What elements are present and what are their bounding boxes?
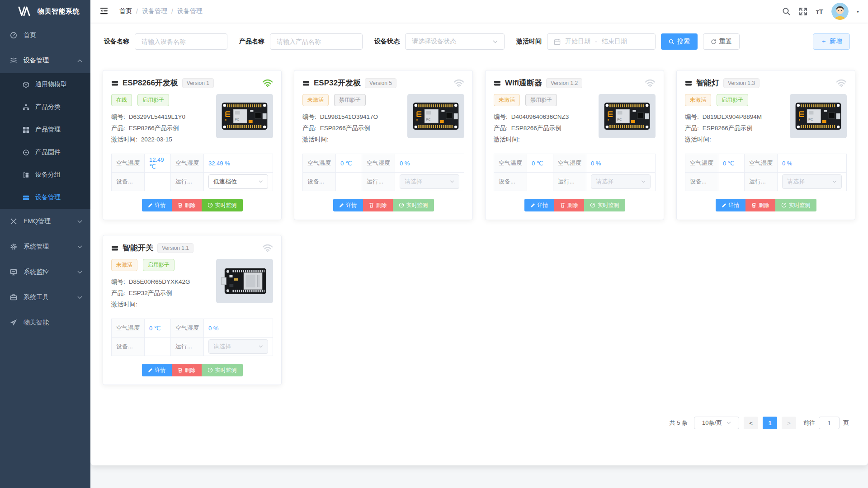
sidebar-item-home[interactable]: 首页 xyxy=(0,23,90,48)
temp-label: 空气温度 xyxy=(112,319,145,338)
device-image: FC xyxy=(599,94,656,138)
delete-button[interactable]: 删除 xyxy=(363,199,393,211)
realtime-monitor-button[interactable]: 实时监测 xyxy=(202,364,243,376)
humidity-value: 0 % xyxy=(204,319,273,338)
sidebar-item-device-root[interactable]: 设备管理 xyxy=(0,48,90,73)
serial-label: 编号: xyxy=(494,111,508,122)
reset-button[interactable]: 重置 xyxy=(703,33,740,50)
humidity-value: 0 % xyxy=(395,154,464,173)
serial-value: DL9981541O39417O xyxy=(320,111,378,122)
sidebar-item-product-manage[interactable]: 产品管理 xyxy=(0,118,90,141)
start-date-placeholder: 开始日期 xyxy=(565,38,590,46)
device-title: 智能开关 xyxy=(123,243,153,253)
sidebar-item-device-manage[interactable]: 设备管理 xyxy=(0,186,90,209)
version-badge: Version 1.2 xyxy=(546,78,582,88)
breadcrumb-home[interactable]: 首页 xyxy=(119,7,132,15)
goto-page-input[interactable] xyxy=(819,417,840,429)
detail-button[interactable]: 详情 xyxy=(142,199,172,211)
delete-button[interactable]: 删除 xyxy=(554,199,584,211)
serial-label: 编号: xyxy=(302,111,316,122)
add-button[interactable]: ＋ 新增 xyxy=(813,33,850,50)
main-area: 首页 / 设备管理 / 设备管理 тT ▾ 设备名称 产品名称 xyxy=(90,0,868,488)
trash-icon xyxy=(178,202,183,208)
sidebar-item-product-category[interactable]: 产品分类 xyxy=(0,96,90,118)
trash-icon xyxy=(751,202,756,208)
caret-down-icon[interactable]: ▾ xyxy=(857,9,859,14)
breadcrumb-device-manage[interactable]: 设备管理 xyxy=(142,7,167,15)
mode-label: 运行... xyxy=(553,173,586,191)
sidebar-item-system-tools[interactable]: 系统工具 xyxy=(0,285,90,310)
run-mode-select[interactable]: 请选择 xyxy=(208,339,268,354)
switch-label: 设备... xyxy=(494,173,527,191)
run-mode-select[interactable]: 请选择 xyxy=(591,174,651,189)
delete-button[interactable]: 删除 xyxy=(172,364,202,376)
switch-label: 设备... xyxy=(685,173,718,191)
pencil-icon xyxy=(148,368,153,373)
sidebar-item-wumei[interactable]: 物美智能 xyxy=(0,310,90,335)
next-page-button[interactable]: > xyxy=(782,417,796,429)
search-icon[interactable] xyxy=(782,7,791,16)
group-icon xyxy=(23,172,29,178)
status-tag: 未激活 xyxy=(494,94,520,106)
detail-button[interactable]: 详情 xyxy=(524,199,554,211)
font-size-icon[interactable]: тT xyxy=(816,8,823,15)
activated-label: 激活时间: xyxy=(685,134,711,145)
layers-icon xyxy=(10,57,17,64)
delete-button[interactable]: 删除 xyxy=(745,199,775,211)
detail-button[interactable]: 详情 xyxy=(142,364,172,376)
monitor-icon xyxy=(10,268,17,276)
shadow-tag: 启用影子 xyxy=(143,259,175,271)
prev-page-button[interactable]: < xyxy=(744,417,758,429)
pencil-icon xyxy=(722,203,726,208)
chevron-down-icon xyxy=(493,40,498,43)
sidebar-item-general-model[interactable]: 通用物模型 xyxy=(0,73,90,96)
mode-label: 运行... xyxy=(171,173,204,191)
product-value: ESP8266产品示例 xyxy=(703,122,753,134)
realtime-monitor-button[interactable]: 实时监测 xyxy=(584,199,625,211)
run-mode-select[interactable]: 请选择 xyxy=(400,174,459,189)
menu-fold-icon[interactable] xyxy=(99,6,109,16)
search-icon xyxy=(669,39,675,45)
humidity-label: 空气湿度 xyxy=(171,154,204,173)
serial-value: D819DLX904P8894M xyxy=(703,111,762,122)
chevron-down-icon xyxy=(450,180,454,183)
product-label: 产品: xyxy=(111,287,125,299)
date-range-picker[interactable]: 开始日期 - 结束日期 xyxy=(547,33,656,50)
device-title: ESP8266开发板 xyxy=(123,78,178,88)
realtime-monitor-button[interactable]: 实时监测 xyxy=(202,199,243,211)
realtime-monitor-button[interactable]: 实时监测 xyxy=(775,199,816,211)
current-page-button[interactable]: 1 xyxy=(763,417,777,429)
temp-value: 0 ℃ xyxy=(145,319,171,338)
sidebar-item-emq[interactable]: EMQ管理 xyxy=(0,209,90,234)
detail-button[interactable]: 详情 xyxy=(333,199,363,211)
shadow-tag: 启用影子 xyxy=(717,94,748,106)
breadcrumb-current: 设备管理 xyxy=(177,7,203,15)
shadow-tag: 启用影子 xyxy=(137,94,169,106)
run-mode-value: 请选择 xyxy=(596,178,613,186)
goto-label: 前往 xyxy=(803,419,815,427)
sidebar-item-device-group[interactable]: 设备分组 xyxy=(0,164,90,186)
product-name-input[interactable] xyxy=(270,33,363,50)
device-type-icon xyxy=(494,80,501,87)
run-mode-value: 请选择 xyxy=(213,343,231,351)
device-status-select[interactable]: 请选择设备状态 xyxy=(405,33,505,50)
sidebar-item-system-monitor[interactable]: 系统监控 xyxy=(0,259,90,285)
sidebar-item-system-manage[interactable]: 系统管理 xyxy=(0,234,90,259)
switch-label: 设备... xyxy=(112,173,145,191)
detail-button[interactable]: 详情 xyxy=(716,199,745,211)
page-size-select[interactable]: 10条/页 xyxy=(694,417,739,429)
run-mode-value: 请选择 xyxy=(787,178,805,186)
mode-label: 运行... xyxy=(171,338,204,356)
delete-button[interactable]: 删除 xyxy=(172,199,202,211)
product-value: ESP8266产品示例 xyxy=(511,122,561,134)
wifi-status-icon xyxy=(836,79,847,87)
run-mode-select[interactable]: 低速档位 xyxy=(208,174,268,189)
device-name-input[interactable] xyxy=(135,33,227,50)
sidebar-item-product-firmware[interactable]: 产品固件 xyxy=(0,141,90,164)
fullscreen-icon[interactable] xyxy=(799,7,807,16)
run-mode-select[interactable]: 请选择 xyxy=(782,174,842,189)
avatar[interactable] xyxy=(831,3,849,20)
search-button[interactable]: 搜索 xyxy=(661,33,698,50)
realtime-monitor-button[interactable]: 实时监测 xyxy=(393,199,434,211)
filter-bar: 设备名称 产品名称 设备状态 请选择设备状态 激活时间 开始日期 - 结束日期 xyxy=(90,23,868,50)
